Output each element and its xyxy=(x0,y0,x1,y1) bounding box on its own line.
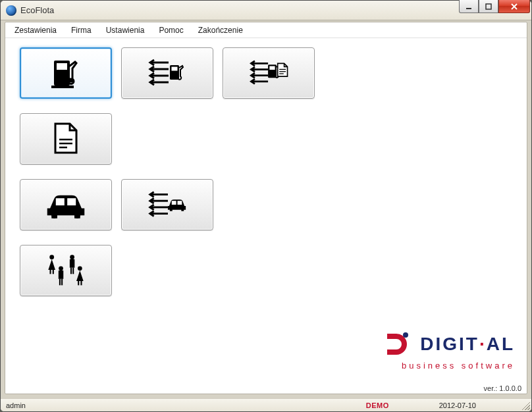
titlebar: EcoFlota xyxy=(1,1,531,20)
document-button[interactable] xyxy=(20,113,112,165)
content-area: DIGIT·AL business software ver.: 1.0.0.0 xyxy=(5,38,527,394)
document-icon xyxy=(45,122,87,155)
brand-name-part2: AL xyxy=(487,334,515,354)
car-button[interactable] xyxy=(20,179,112,230)
brand-name: DIGIT·AL xyxy=(420,335,515,353)
brand-logo-icon xyxy=(383,330,412,359)
tile-row-4 xyxy=(20,245,512,296)
app-icon xyxy=(6,5,16,16)
menu-ustawienia[interactable]: Ustawienia xyxy=(99,24,151,37)
tile-row-3 xyxy=(20,179,512,230)
maximize-icon xyxy=(485,3,492,10)
menu-pomoc[interactable]: Pomoc xyxy=(152,24,190,37)
car-list-icon xyxy=(146,188,188,221)
resize-grip[interactable] xyxy=(521,401,530,410)
fuel-pump-icon xyxy=(45,57,87,90)
people-button[interactable] xyxy=(20,245,112,296)
status-date: 2012-07-10 xyxy=(434,401,481,409)
menubar: Zestawienia Firma Ustawienia Pomoc Zakoń… xyxy=(5,22,527,38)
tile-row-1 xyxy=(20,47,512,99)
maximize-button[interactable] xyxy=(479,0,498,13)
version-label: ver.: 1.0.0.0 xyxy=(484,384,521,392)
fuel-list-icon xyxy=(146,57,188,90)
car-list-button[interactable] xyxy=(121,179,213,230)
fuel-list-button[interactable] xyxy=(121,47,213,99)
fuel-button[interactable] xyxy=(20,47,112,99)
close-icon xyxy=(510,3,518,10)
branding: DIGIT·AL business software xyxy=(383,330,515,370)
tile-row-2 xyxy=(20,113,512,165)
car-icon xyxy=(45,188,87,221)
menu-firma[interactable]: Firma xyxy=(65,24,98,37)
statusbar: admin DEMO 2012-07-10 xyxy=(1,398,531,411)
app-window: EcoFlota Zestawienia Firma Ustawienia Po… xyxy=(0,0,532,412)
client-area: Zestawienia Firma Ustawienia Pomoc Zakoń… xyxy=(5,22,527,394)
window-controls xyxy=(459,0,530,13)
minimize-icon xyxy=(466,3,472,10)
people-icon xyxy=(45,254,87,287)
close-button[interactable] xyxy=(498,0,530,13)
status-user: admin xyxy=(1,401,31,409)
brand-subtitle: business software xyxy=(383,361,515,370)
menu-zestawienia[interactable]: Zestawienia xyxy=(8,24,63,37)
menu-zakonczenie[interactable]: Zakończenie xyxy=(192,24,250,37)
svg-point-40 xyxy=(403,332,408,338)
minimize-button[interactable] xyxy=(459,0,479,13)
svg-rect-37 xyxy=(486,4,491,9)
status-mode: DEMO xyxy=(361,401,394,409)
fuel-doc-list-button[interactable] xyxy=(223,47,315,99)
fuel-doc-list-icon xyxy=(248,57,290,90)
window-title: EcoFlota xyxy=(20,5,54,15)
brand-name-part1: DIGIT xyxy=(420,334,479,354)
